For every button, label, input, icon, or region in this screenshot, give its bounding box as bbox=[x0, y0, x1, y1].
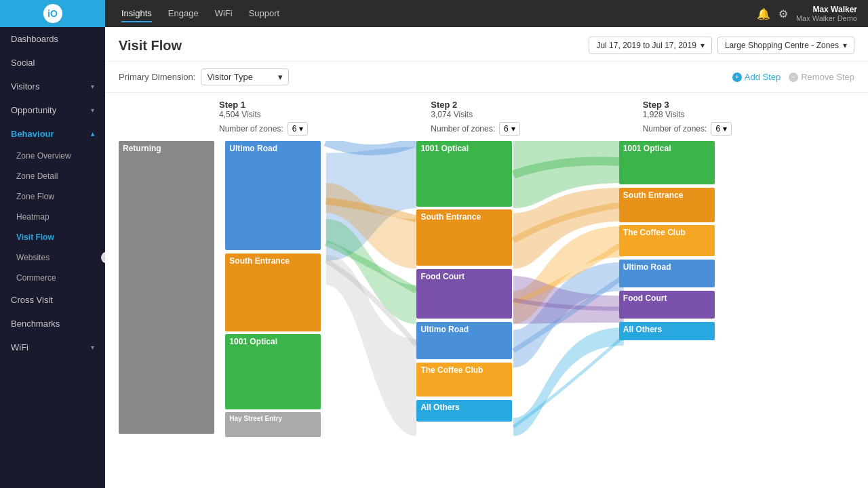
step-1-header: Step 1 4,504 Visits Number of zones: 6 ▾ bbox=[219, 100, 431, 136]
remove-step-button[interactable]: − Remove Step bbox=[789, 72, 854, 82]
sidebar-item-visitors[interactable]: Visitors ▾ bbox=[0, 75, 105, 98]
sidebar-item-benchmarks[interactable]: Benchmarks bbox=[0, 312, 105, 336]
chevron-down-icon: ▾ bbox=[511, 124, 515, 134]
zone-block-s1-optical[interactable]: 1001 Optical bbox=[225, 334, 321, 409]
sidebar-item-dashboards[interactable]: Dashboards bbox=[0, 27, 105, 51]
zone-block-s2-south[interactable]: South Entrance bbox=[416, 209, 512, 266]
chevron-down-icon: ▾ bbox=[843, 41, 847, 50]
sidebar-item-cross-visit[interactable]: Cross Visit bbox=[0, 288, 105, 312]
zone-block-s3-optical[interactable]: 1001 Optical bbox=[619, 141, 715, 184]
sidebar-item-social[interactable]: Social bbox=[0, 51, 105, 75]
step-1-title: Step 1 bbox=[219, 100, 431, 110]
logo-area[interactable]: iO bbox=[0, 0, 105, 27]
zone-block-s3-others[interactable]: All Others bbox=[619, 322, 715, 341]
chevron-down-icon: ▾ bbox=[91, 344, 94, 351]
step-actions: + Add Step − Remove Step bbox=[732, 72, 854, 82]
user-sub: Max Walker Demo bbox=[796, 14, 857, 22]
chevron-down-icon: ▾ bbox=[701, 41, 705, 50]
dimension-row: Primary Dimension: Visitor Type ▾ bbox=[119, 68, 289, 85]
page-header: Visit Flow Jul 17, 2019 to Jul 17, 2019 … bbox=[105, 27, 868, 62]
user-info: Max Walker Max Walker Demo bbox=[796, 5, 857, 22]
blocks-layer: Returning Ultimo Road South Entrance 100… bbox=[119, 141, 854, 453]
sankey-container: Step 1 4,504 Visits Number of zones: 6 ▾… bbox=[105, 93, 868, 466]
chevron-down-icon: ▾ bbox=[723, 124, 727, 134]
zone-block-s1-ultimo[interactable]: Ultimo Road bbox=[225, 141, 321, 250]
zone-block-s1-hay[interactable]: Hay Street Entry bbox=[225, 412, 321, 437]
nav-engage[interactable]: Engage bbox=[168, 5, 199, 22]
zone-block-s2-optical[interactable]: 1001 Optical bbox=[416, 141, 512, 207]
chevron-down-icon: ▾ bbox=[91, 83, 94, 90]
step-2-visits: 3,074 Visits bbox=[431, 110, 642, 119]
sidebar-item-wifi[interactable]: WiFi ▾ bbox=[0, 336, 105, 359]
step-3-zones-label: Number of zones: bbox=[643, 124, 707, 134]
step-3-title: Step 3 bbox=[643, 100, 854, 110]
top-navigation: iO Insights Engage WiFi Support 🔔 ⚙ Max … bbox=[0, 0, 868, 27]
sidebar-sub-heatmap[interactable]: Heatmap bbox=[0, 207, 105, 227]
sidebar-sub-commerce[interactable]: Commerce bbox=[0, 268, 105, 288]
zone-block-s2-others[interactable]: All Others bbox=[416, 400, 512, 422]
zone-block-s3-coffee[interactable]: The Coffee Club bbox=[619, 225, 715, 256]
step-1-zones-select[interactable]: 6 ▾ bbox=[288, 122, 309, 136]
main-content: Visit Flow Jul 17, 2019 to Jul 17, 2019 … bbox=[105, 27, 868, 488]
zone-block-s2-foodcourt[interactable]: Food Court bbox=[416, 269, 512, 319]
step-2-zones-select[interactable]: 6 ▾ bbox=[499, 122, 520, 136]
nav-wifi[interactable]: WiFi bbox=[215, 5, 233, 22]
step-2-title: Step 2 bbox=[431, 100, 642, 110]
step-1-zones-row: Number of zones: 6 ▾ bbox=[219, 122, 431, 136]
step-3-zones-select[interactable]: 6 ▾ bbox=[711, 122, 732, 136]
step-3-zones-row: Number of zones: 6 ▾ bbox=[643, 122, 854, 136]
header-controls: Jul 17, 2019 to Jul 17, 2019 ▾ Large Sho… bbox=[589, 37, 854, 54]
zone-label: Large Shopping Centre - Zones bbox=[725, 41, 839, 50]
dimension-value: Visitor Type bbox=[207, 72, 252, 82]
step-headers: Step 1 4,504 Visits Number of zones: 6 ▾… bbox=[119, 100, 854, 136]
user-name: Max Walker bbox=[796, 5, 857, 14]
chevron-down-icon: ▾ bbox=[299, 124, 303, 134]
logo-icon: iO bbox=[43, 4, 62, 23]
settings-icon[interactable]: ⚙ bbox=[778, 7, 788, 20]
zone-block-s3-ultimo[interactable]: Ultimo Road bbox=[619, 260, 715, 287]
dimension-label: Primary Dimension: bbox=[119, 72, 195, 82]
nav-insights[interactable]: Insights bbox=[121, 5, 152, 22]
sidebar-item-opportunity[interactable]: Opportunity ▾ bbox=[0, 98, 105, 122]
notification-icon[interactable]: 🔔 bbox=[757, 7, 770, 20]
step-2-zones-label: Number of zones: bbox=[431, 124, 495, 134]
zone-block-s2-ultimo[interactable]: Ultimo Road bbox=[416, 322, 512, 359]
step-1-zones-label: Number of zones: bbox=[219, 124, 283, 134]
add-step-button[interactable]: + Add Step bbox=[732, 72, 781, 82]
nav-right: 🔔 ⚙ Max Walker Max Walker Demo bbox=[757, 5, 868, 22]
sidebar-sub-zone-flow[interactable]: Zone Flow bbox=[0, 186, 105, 207]
step-2-zones-row: Number of zones: 6 ▾ bbox=[431, 122, 642, 136]
sidebar-item-behaviour[interactable]: Behaviour ▴ bbox=[0, 122, 105, 146]
date-picker-button[interactable]: Jul 17, 2019 to Jul 17, 2019 ▾ bbox=[589, 37, 711, 54]
date-range-label: Jul 17, 2019 to Jul 17, 2019 bbox=[596, 41, 696, 50]
minus-icon: − bbox=[789, 73, 798, 82]
step-1-visits: 4,504 Visits bbox=[219, 110, 431, 119]
chevron-down-icon: ▾ bbox=[91, 106, 94, 114]
sidebar-sub-zone-overview[interactable]: Zone Overview bbox=[0, 146, 105, 166]
step-2-header: Step 2 3,074 Visits Number of zones: 6 ▾ bbox=[431, 100, 642, 136]
zone-block-s3-south[interactable]: South Entrance bbox=[619, 188, 715, 222]
step-3-visits: 1,928 Visits bbox=[643, 110, 854, 119]
step-3-header: Step 3 1,928 Visits Number of zones: 6 ▾ bbox=[643, 100, 854, 136]
sidebar-sub-visit-flow[interactable]: Visit Flow bbox=[0, 227, 105, 247]
zone-block-s2-coffee[interactable]: The Coffee Club bbox=[416, 363, 512, 397]
nav-support[interactable]: Support bbox=[249, 5, 280, 22]
zone-block-s3-foodcourt[interactable]: Food Court bbox=[619, 291, 715, 319]
zone-block-s1-south[interactable]: South Entrance bbox=[225, 253, 321, 331]
sidebar: Dashboards Social Visitors ▾ Opportunity… bbox=[0, 27, 105, 488]
nav-links: Insights Engage WiFi Support bbox=[105, 5, 757, 22]
add-icon: + bbox=[732, 73, 742, 82]
zone-picker-button[interactable]: Large Shopping Centre - Zones ▾ bbox=[717, 37, 854, 54]
sidebar-sub-zone-detail[interactable]: Zone Detail bbox=[0, 166, 105, 186]
chevron-down-icon: ▾ bbox=[278, 72, 283, 82]
filters-row: Primary Dimension: Visitor Type ▾ + Add … bbox=[105, 62, 868, 93]
page-title: Visit Flow bbox=[119, 38, 182, 54]
sankey-visual: Returning Ultimo Road South Entrance 100… bbox=[119, 141, 854, 453]
chevron-up-icon: ▴ bbox=[91, 130, 94, 138]
dimension-select[interactable]: Visitor Type ▾ bbox=[201, 68, 289, 85]
zone-block-returning[interactable]: Returning bbox=[119, 141, 214, 434]
sidebar-sub-websites[interactable]: Websites bbox=[0, 247, 105, 268]
